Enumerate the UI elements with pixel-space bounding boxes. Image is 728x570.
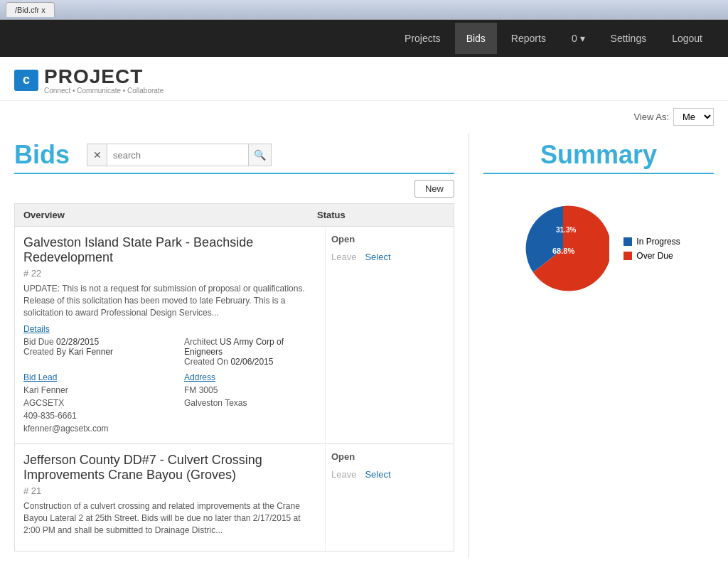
new-btn-container: New — [14, 180, 454, 198]
pie-legend: In Progress Over Due — [623, 237, 680, 261]
bid-update: UPDATE: This is not a request for submis… — [23, 283, 316, 318]
search-button[interactable]: 🔍 — [249, 144, 272, 166]
new-bid-button[interactable]: New — [414, 180, 454, 198]
logo-bar: c PROJECT Connect • Communicate • Collab… — [0, 57, 728, 101]
bids-underline — [14, 173, 454, 174]
browser-tab[interactable]: /Bid.cfr x — [6, 2, 55, 17]
summary-title: Summary — [483, 140, 714, 170]
search-input[interactable] — [107, 144, 249, 166]
summary-underline — [483, 173, 714, 174]
bids-title: Bids — [14, 140, 70, 170]
bid-due-value: 02/28/2015 — [56, 337, 99, 347]
bid-number: # 21 — [23, 485, 316, 496]
nav-projects[interactable]: Projects — [393, 23, 452, 54]
created-on-label: Created On — [184, 357, 228, 367]
view-as-select[interactable]: Me All — [673, 108, 714, 126]
bid-overview: Galveston Island State Park - Beachside … — [15, 227, 326, 443]
bid-title: Galveston Island State Park - Beachside … — [23, 235, 316, 265]
main-layout: Bids ✕ 🔍 New Overview Status Galveston I… — [0, 133, 728, 559]
nav-bids[interactable]: Bids — [455, 23, 497, 54]
select-action[interactable]: Select — [365, 252, 390, 262]
status-label: Open — [331, 234, 355, 244]
created-by-value: Kari Fenner — [68, 347, 113, 357]
bid-lead-section: Bid Lead Kari Fenner AGCSETX 409-835-666… — [23, 372, 316, 435]
bid-status: Open Leave Select — [326, 227, 454, 443]
logo-tagline: Connect • Communicate • Collaborate — [44, 87, 164, 95]
address-info: FM 3005 Galveston Texas — [184, 384, 316, 409]
architect-label: Architect — [184, 337, 218, 347]
created-on-value: 02/06/2015 — [230, 357, 273, 367]
bid-lead-email: kfenner@agcsetx.com — [23, 424, 109, 434]
bid-lead-org: AGCSETX — [23, 398, 64, 408]
bid-title: Jefferson County DD#7 - Culvert Crossing… — [23, 453, 316, 483]
logo-text: PROJECT — [44, 65, 164, 88]
status-label: Open — [331, 451, 355, 462]
pie-inprogress-label: 31.3% — [556, 226, 576, 234]
search-area: ✕ 🔍 — [87, 144, 272, 166]
bid-number: # 22 — [23, 268, 316, 279]
bid-status: Open Leave Select — [326, 444, 454, 550]
bid-lead-name: Kari Fenner — [23, 385, 68, 395]
bid-item: Jefferson County DD#7 - Culvert Crossing… — [14, 444, 454, 551]
bid-due-label: Bid Due — [23, 337, 54, 347]
nav-reports[interactable]: Reports — [500, 23, 557, 54]
pie-chart: 68.8% 31.3% — [517, 203, 609, 295]
status-actions: Leave Select — [331, 469, 391, 480]
search-clear-button[interactable]: ✕ — [87, 144, 107, 166]
address-line1: FM 3005 — [184, 385, 218, 395]
view-as-label: View As: — [633, 112, 669, 122]
summary-panel: Summary 68.8% 31.3% In Progress — [469, 133, 728, 559]
legend-item-overdue: Over Due — [623, 251, 680, 261]
table-header: Overview Status — [14, 203, 454, 227]
bid-overview: Jefferson County DD#7 - Culvert Crossing… — [15, 444, 326, 550]
col-overview-header: Overview — [23, 210, 317, 220]
logo-icon: c — [14, 70, 38, 91]
nav-notifications[interactable]: 0 ▾ — [560, 23, 596, 54]
bid-update: Construction of a culvert crossing and r… — [23, 500, 316, 536]
leave-action[interactable]: Leave — [331, 469, 356, 480]
nav-logout[interactable]: Logout — [660, 23, 714, 54]
address-title: Address — [184, 372, 316, 382]
bid-lead-info: Kari Fenner AGCSETX 409-835-6661 kfenner… — [23, 384, 156, 435]
address-line2: Galveston Texas — [184, 398, 247, 408]
legend-item-inprogress: In Progress — [623, 237, 680, 247]
bids-panel: Bids ✕ 🔍 New Overview Status Galveston I… — [0, 133, 469, 559]
created-by-label: Created By — [23, 347, 66, 357]
leave-action[interactable]: Leave — [331, 252, 356, 262]
col-status-header: Status — [317, 210, 445, 220]
bid-lead-title[interactable]: Bid Lead — [23, 372, 156, 382]
bids-header: Bids ✕ 🔍 — [14, 140, 454, 170]
legend-color-overdue — [623, 252, 632, 260]
legend-label-inprogress: In Progress — [636, 237, 680, 247]
view-as-row: View As: Me All — [0, 101, 728, 133]
legend-color-inprogress — [623, 237, 632, 246]
nav-settings[interactable]: Settings — [599, 23, 658, 54]
legend-label-overdue: Over Due — [636, 251, 673, 261]
bid-meta: Bid Due 02/28/2015 Created By Kari Fenne… — [23, 337, 316, 367]
bid-item: Galveston Island State Park - Beachside … — [14, 227, 454, 444]
select-action[interactable]: Select — [365, 469, 390, 480]
pie-overdue-label: 68.8% — [552, 247, 574, 255]
status-actions: Leave Select — [331, 252, 391, 262]
bid-lead-phone: 409-835-6661 — [23, 411, 77, 421]
top-nav: Projects Bids Reports 0 ▾ Settings Logou… — [0, 20, 728, 57]
bid-details-link[interactable]: Details — [23, 324, 316, 334]
pie-container: 68.8% 31.3% In Progress Over Due — [483, 188, 714, 309]
browser-bar: /Bid.cfr x — [0, 0, 728, 20]
